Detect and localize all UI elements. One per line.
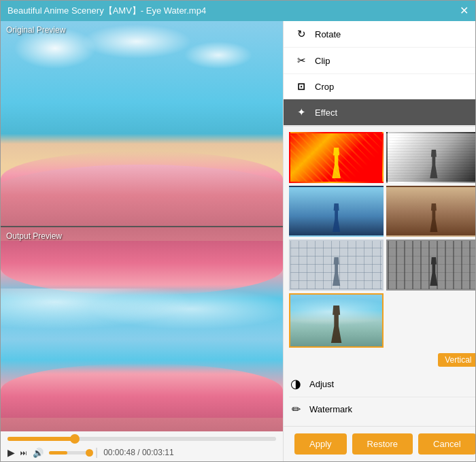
crop-label: Crop	[315, 82, 334, 92]
progress-fill	[7, 437, 75, 441]
footer-buttons: Apply Restore Cancel	[284, 426, 475, 461]
original-preview-image	[1, 21, 283, 226]
effect-panel: Vertical ◑ Adjust ✏ Watermark	[284, 127, 475, 426]
menu-items: ↻ Rotate ✂ Clip ⊡ Crop ✦ Effect	[284, 21, 475, 127]
volume-icon: 🔊	[33, 448, 44, 458]
effect-grid	[289, 132, 475, 348]
play-button[interactable]: ▶	[7, 447, 15, 458]
effect-thumbnail-5[interactable]	[289, 240, 384, 291]
time-display: 00:00:48 / 00:03:11	[103, 448, 173, 457]
effect-icon: ✦	[294, 106, 308, 118]
clip-label: Clip	[315, 56, 330, 66]
volume-bar[interactable]	[49, 451, 90, 455]
menu-item-effect[interactable]: ✦ Effect	[284, 99, 475, 126]
time-separator: /	[137, 448, 142, 457]
tool-adjust[interactable]: ◑ Adjust	[289, 371, 475, 397]
output-preview-label: Output Preview	[6, 231, 62, 241]
menu-item-crop[interactable]: ⊡ Crop	[284, 74, 475, 99]
close-button[interactable]: ✕	[460, 5, 469, 16]
tool-watermark[interactable]: ✏ Watermark	[289, 397, 475, 421]
volume-thumb[interactable]	[86, 449, 93, 457]
volume-fill	[49, 451, 67, 455]
crop-icon: ⊡	[294, 81, 308, 92]
adjust-label: Adjust	[309, 379, 334, 389]
progress-bar[interactable]	[7, 437, 276, 441]
progress-thumb[interactable]	[70, 434, 80, 444]
menu-item-clip[interactable]: ✂ Clip	[284, 48, 475, 74]
menu-item-rotate[interactable]: ↻ Rotate	[284, 21, 475, 48]
watermark-icon: ✏	[289, 403, 303, 416]
effect-thumbnail-1[interactable]	[289, 132, 384, 183]
time-total: 00:03:11	[142, 448, 174, 457]
output-preview: Output Preview	[1, 227, 283, 432]
pipe-separator: |	[95, 446, 98, 459]
title-bar: Beautiful Anime Scenery【AMV】- Eye Water.…	[1, 1, 475, 21]
original-preview-label: Original Preview	[6, 25, 65, 35]
watermark-label: Watermark	[309, 404, 352, 414]
rotate-label: Rotate	[315, 29, 341, 39]
fast-forward-button[interactable]: ⏭	[20, 449, 27, 457]
playback-row: ▶ ⏭ 🔊 | 00:00:48 / 00:03:11	[7, 446, 276, 459]
clip-icon: ✂	[294, 54, 308, 67]
main-content: Original Preview Output Preview	[1, 21, 475, 461]
main-window: Beautiful Anime Scenery【AMV】- Eye Water.…	[0, 0, 476, 462]
restore-button[interactable]: Restore	[352, 433, 413, 455]
effect-label: Effect	[315, 108, 337, 118]
right-panel: ↻ Rotate ✂ Clip ⊡ Crop ✦ Effect	[283, 21, 475, 461]
left-panel: Original Preview Output Preview	[1, 21, 283, 461]
time-current: 00:00:48	[103, 448, 135, 457]
adjust-icon: ◑	[289, 376, 303, 391]
effect-thumbnail-3[interactable]	[289, 186, 384, 237]
rotate-icon: ↻	[294, 28, 308, 40]
apply-button[interactable]: Apply	[294, 433, 347, 455]
cancel-button[interactable]: Cancel	[418, 433, 475, 455]
effect-thumbnail-2[interactable]	[386, 132, 475, 183]
effect-thumbnail-6[interactable]	[386, 240, 475, 291]
effect-badge: Vertical	[289, 353, 475, 367]
vertical-badge[interactable]: Vertical	[438, 353, 475, 367]
effect-thumbnail-4[interactable]	[386, 186, 475, 237]
effect-thumbnail-7[interactable]	[289, 293, 384, 348]
controls-bar: ▶ ⏭ 🔊 | 00:00:48 / 00:03:11	[1, 431, 283, 461]
output-preview-image	[1, 227, 283, 432]
original-preview: Original Preview	[1, 21, 283, 227]
window-title: Beautiful Anime Scenery【AMV】- Eye Water.…	[7, 5, 206, 17]
